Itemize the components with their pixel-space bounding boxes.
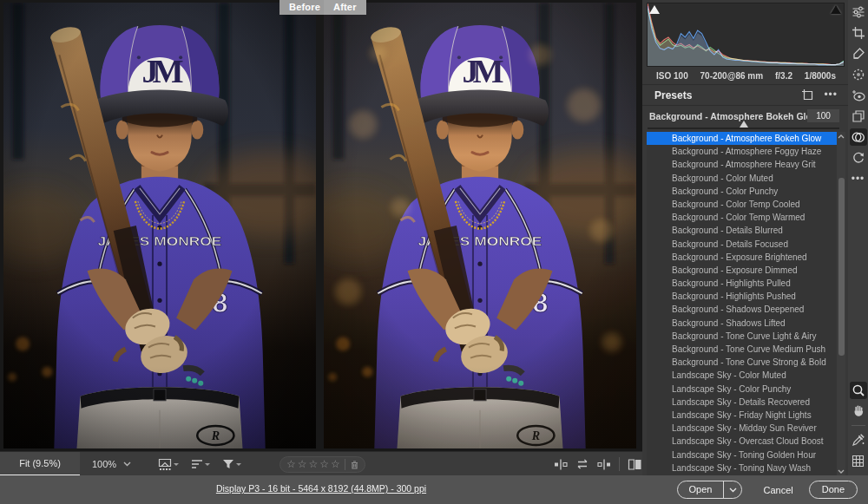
preset-item[interactable]: Background - Atmosphere Foggy Haze (647, 145, 837, 158)
divider (852, 425, 865, 426)
preset-item[interactable]: Background - Tone Curve Light & Airy (647, 330, 837, 343)
scroll-up-icon[interactable] (837, 132, 845, 141)
preset-amount-value[interactable]: 100 (807, 109, 839, 122)
cancel-button[interactable]: Cancel (763, 485, 792, 495)
zoom-level-select[interactable]: 100% (87, 452, 136, 476)
color-grid-tool-button[interactable] (850, 452, 867, 469)
open-options-button[interactable] (724, 488, 741, 493)
divider (642, 84, 848, 85)
star-rating-3[interactable]: ☆ (309, 457, 319, 472)
fit-zoom-tab[interactable]: Fit (9.5%) (0, 452, 80, 476)
masking-icon (852, 68, 865, 82)
before-tab[interactable]: Before (279, 0, 330, 15)
star-rating-1[interactable]: ☆ (286, 457, 296, 472)
masking-tool-button[interactable] (850, 66, 867, 83)
preset-item[interactable]: Background - Color Temp Warmed (647, 211, 837, 224)
preset-scrollbar[interactable] (837, 132, 845, 475)
before-after-view-icon[interactable] (628, 458, 642, 471)
zoom-tool-button[interactable] (850, 382, 867, 399)
preset-item[interactable]: Background - Details Blurred (647, 224, 837, 237)
red-eye-tool-button[interactable] (850, 87, 867, 104)
after-tab[interactable]: After (324, 0, 366, 15)
preset-item[interactable]: Landscape Sky - Color Punchy (647, 383, 837, 396)
histogram[interactable] (647, 3, 845, 67)
preset-item[interactable]: Background - Highlights Pulled (647, 277, 837, 290)
white-balance-tool-button[interactable] (850, 431, 867, 448)
image-canvas: Before After (0, 0, 642, 451)
preset-item[interactable]: Background - Shadows Lifted (647, 317, 837, 330)
preset-item[interactable]: Landscape Sky - Friday Night Lights (647, 409, 837, 422)
preset-item[interactable]: Landscape Sky - Overcast Cloud Boost (647, 435, 837, 448)
divider (619, 457, 620, 471)
footer-bar: Display P3 - 16 bit - 5464 x 8192 (44.8M… (0, 475, 868, 504)
star-rating-4[interactable]: ☆ (319, 457, 329, 472)
before-image[interactable] (3, 3, 316, 448)
hand-tool-button[interactable] (850, 403, 867, 420)
preset-item[interactable]: Landscape Sky - Details Recovered (647, 396, 837, 409)
copy-before-to-current-icon[interactable] (597, 458, 611, 471)
white-balance-eyedropper-icon (852, 433, 865, 447)
star-rating-2[interactable]: ☆ (298, 457, 307, 472)
done-button[interactable]: Done (809, 481, 858, 499)
hand-icon (852, 404, 865, 418)
preset-item[interactable]: Background - Details Focused (647, 238, 837, 251)
presets-tool-button[interactable] (850, 128, 867, 146)
highlight-clipping-indicator[interactable] (831, 5, 842, 15)
shadow-clipping-indicator[interactable] (649, 5, 661, 15)
crop-tool-button[interactable] (850, 24, 867, 42)
refresh-tool-button[interactable] (850, 149, 867, 167)
preset-list: Background - Atmosphere Bokeh GlowBackgr… (647, 132, 837, 475)
filmstrip-toggle-button[interactable] (158, 457, 179, 471)
workflow-options-link[interactable]: Display P3 - 16 bit - 5464 x 8192 (44.8M… (0, 483, 642, 494)
swap-before-after-icon[interactable] (575, 458, 589, 470)
slider-thumb[interactable] (740, 121, 748, 128)
red-eye-icon (852, 88, 865, 102)
chevron-down-icon (123, 461, 131, 467)
preset-item[interactable]: Background - Highlights Pushed (647, 290, 837, 303)
preset-item[interactable]: Background - Atmosphere Bokeh Glow (647, 132, 837, 145)
preset-item[interactable]: Landscape Sky - Toning Golden Hour (647, 448, 837, 461)
zoom-icon (852, 383, 865, 397)
presets-icon (851, 130, 865, 144)
exif-aperture: f/3.2 (775, 71, 792, 81)
open-button[interactable]: Open (677, 481, 743, 499)
preset-item[interactable]: Background - Atmosphere Heavy Grit (647, 158, 837, 171)
preset-item[interactable]: Background - Exposure Brightened (647, 251, 837, 264)
preset-item[interactable]: Landscape Sky - Toning Navy Wash (647, 461, 837, 475)
preset-item[interactable]: Background - Shadows Deepened (647, 303, 837, 316)
preset-item[interactable]: Landscape Sky - Color Muted (647, 369, 837, 382)
preset-amount-row: Background - Atmosphere Bokeh Glow 100 (642, 107, 848, 132)
trash-icon[interactable] (350, 460, 358, 470)
preset-amount-slider[interactable] (648, 128, 839, 129)
copy-current-to-before-icon[interactable] (554, 458, 568, 471)
preset-item[interactable]: Background - Color Muted (647, 172, 837, 185)
scroll-down-icon[interactable] (837, 467, 845, 475)
preset-item[interactable]: Background - Color Temp Cooled (647, 198, 837, 211)
sort-order-button[interactable] (190, 457, 210, 471)
edit-tool-button[interactable] (850, 3, 867, 21)
tool-rail: ••• (848, 0, 868, 475)
heal-icon (852, 47, 865, 61)
create-preset-icon[interactable] (801, 88, 813, 101)
preset-item[interactable]: Background - Tone Curve Strong & Bold (647, 356, 837, 369)
healing-tool-button[interactable] (850, 45, 867, 62)
exif-lens: 70-200@86 mm (700, 71, 764, 81)
preset-item[interactable]: Background - Exposure Dimmed (647, 264, 837, 277)
snapshots-tool-button[interactable] (850, 108, 867, 125)
filter-button[interactable] (221, 457, 241, 471)
filmstrip-icon (158, 457, 173, 471)
crop-icon (852, 26, 865, 40)
bokeh-glow-overlay (324, 3, 636, 448)
preset-item[interactable]: Background - Tone Curve Medium Push (647, 343, 837, 356)
star-rating-5[interactable]: ☆ (331, 457, 340, 472)
preset-item[interactable]: Background - Color Punchy (647, 185, 837, 198)
after-image[interactable] (324, 3, 636, 448)
grid-icon (852, 455, 865, 468)
open-button-label[interactable]: Open (678, 481, 724, 498)
scrollbar-thumb[interactable] (838, 178, 845, 356)
more-icon: ••• (852, 174, 865, 183)
more-settings-button[interactable]: ••• (850, 170, 867, 187)
preset-item[interactable]: Landscape Sky - Midday Sun Reviver (647, 422, 837, 435)
divider (345, 459, 345, 470)
panel-menu-icon[interactable]: ••• (824, 90, 838, 99)
